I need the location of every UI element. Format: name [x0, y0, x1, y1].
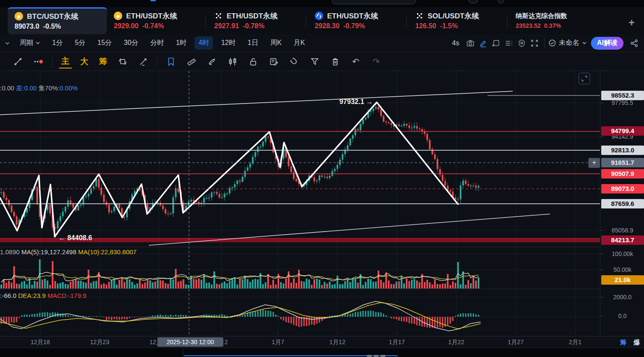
main-diff-value: 差:0.00	[16, 84, 37, 92]
period-1日[interactable]: 1日	[244, 36, 262, 50]
pane-restore-icon[interactable]	[579, 73, 590, 84]
tab-price-change: 23523.52 0.37%	[516, 22, 601, 29]
tab-indicator-sliver	[151, 0, 156, 1]
period-5分[interactable]: 5分	[71, 36, 89, 50]
chart-canvas[interactable]: 97932.1 →← 84408.6	[0, 71, 600, 336]
main-chart-toggle[interactable]: 主	[59, 55, 72, 68]
fullscreen-icon[interactable]	[528, 37, 541, 50]
ticker-tab-4[interactable]: ETH/USDT永续2928.30 -0.79%	[308, 7, 408, 34]
period-12时[interactable]: 12时	[217, 36, 239, 50]
tab-price-change: 2928.30 -0.79%	[315, 22, 408, 30]
bottom-blue-indicator	[184, 355, 398, 356]
undo-icon[interactable]: ↶	[349, 55, 363, 68]
trendline-tool-icon[interactable]	[11, 55, 25, 68]
period-周K[interactable]: 周K	[266, 36, 286, 50]
ticker-tab-3[interactable]: ETH/USDT永续2927.91 -0.78%	[207, 7, 308, 34]
ai-analysis-button[interactable]: AI解读	[591, 37, 623, 50]
price-badge-98552.3: 98552.3	[601, 91, 644, 100]
period-月K[interactable]: 月K	[290, 36, 309, 50]
browser-icon-partial[interactable]	[469, 0, 478, 3]
ticker-tab-6[interactable]: 纳斯达克综合指数23523.52 0.37%	[509, 7, 601, 34]
tab-separator	[105, 15, 105, 27]
measure-arrow-icon[interactable]	[136, 55, 151, 68]
period-15分[interactable]: 15分	[94, 36, 116, 50]
note-edit-icon[interactable]	[266, 55, 281, 68]
candle-pattern-icon[interactable]	[225, 55, 240, 68]
draw-pencil-icon[interactable]	[477, 37, 490, 50]
period-1分[interactable]: 1分	[48, 36, 67, 50]
drawing-toolbar: 主 大 筹	[0, 52, 644, 71]
axis-tick-97795.5: 97795.5	[600, 99, 644, 106]
ticker-tab-1[interactable]: ◆BTC/USDT永续89073.0 -0.5%	[8, 7, 107, 34]
settings-badge-icon[interactable]	[515, 37, 528, 50]
toolbar-divider	[157, 57, 157, 67]
axis-tick-0.0: 0.0	[600, 312, 644, 319]
browser-icon-partial-2[interactable]	[497, 0, 504, 3]
okx-icon	[415, 12, 424, 20]
tab-separator	[406, 15, 407, 27]
time-axis[interactable]: 2月11月271月221月171月121月71月212月2812月2312月18…	[0, 336, 644, 348]
period-4时[interactable]: 4时	[195, 36, 213, 50]
price-axis[interactable]: 97795.594142.985058.9100.00k50.00k2000.0…	[600, 71, 644, 348]
ticker-tab-2[interactable]: ◆ETH/USDT永续2929.00 -0.74%	[107, 7, 207, 34]
tab-separator	[306, 15, 306, 27]
period-menu[interactable]: 周期	[16, 36, 44, 50]
dots-brush-tool-icon[interactable]	[31, 55, 46, 68]
tab-symbol: ETH/USDT永续	[327, 11, 378, 21]
bookmark-tool-icon[interactable]	[164, 55, 178, 68]
ticker-tab-5[interactable]: SOL/USDT永续126.50 -1.5%	[408, 7, 509, 34]
trash-icon[interactable]	[328, 55, 343, 68]
axis-tick-2000.0: 2000.0	[600, 294, 644, 300]
chip-tab[interactable]: 筹	[620, 339, 626, 347]
period-items: 1分5分15分30分分时1时4时12时1日周K月K	[46, 36, 311, 50]
price-badge-94799.4: 94799.4	[601, 126, 644, 136]
macd-dif: :-66.0	[0, 292, 16, 299]
tab-symbol: ETH/USDT永续	[227, 11, 278, 21]
vol-cut-value: 1.0890	[0, 248, 20, 256]
time-label-1月27: 1月27	[508, 339, 523, 346]
period-分时[interactable]: 分时	[146, 36, 168, 50]
speed-label[interactable]: 4s	[448, 37, 463, 49]
macd-dea: DEA:23.9	[18, 292, 46, 299]
layout-name-label: 未命名	[559, 39, 579, 48]
clipped-text-fragment	[367, 355, 372, 357]
timeframe-bar: 周期 1分5分15分30分分时1时4时12时1日周K月K 4s 未命名	[0, 34, 644, 52]
add-pane-icon[interactable]	[490, 37, 502, 50]
macd-indicator-readout: :-66.0 DEA:23.9 MACD:-179.9	[0, 292, 86, 299]
magnet-icon[interactable]	[287, 55, 301, 68]
tab-symbol: SOL/USDT永续	[428, 11, 479, 21]
clipped-text-fragment	[381, 355, 385, 357]
search-box-partial[interactable]	[332, 0, 416, 4]
toolbar-divider	[52, 57, 53, 67]
period-30分[interactable]: 30分	[120, 36, 142, 50]
unlock-icon[interactable]	[246, 55, 260, 68]
time-label-12月23: 12月23	[90, 339, 109, 346]
redo-icon[interactable]: ↷	[369, 55, 384, 68]
camera-icon[interactable]	[464, 37, 477, 50]
refresh-flip-icon[interactable]	[115, 55, 130, 68]
time-label-1月17: 1月17	[389, 339, 405, 346]
filter-funnel-icon[interactable]	[307, 55, 322, 68]
clipped-text-fragment	[374, 355, 378, 357]
tab-price-change: 2927.91 -0.78%	[214, 22, 308, 30]
add-ticker-button[interactable]: +	[629, 17, 635, 29]
vol-ma10: MA(10):22,830.8007	[78, 248, 137, 256]
layout-name-menu[interactable]: 未命名	[548, 39, 587, 48]
tab-separator	[507, 15, 507, 27]
large-view-toggle[interactable]: 大	[78, 55, 91, 68]
chart-area[interactable]: 97932.1 →← 84408.6 :0.00 差:0.00 集70%:0.0…	[0, 71, 600, 336]
price-badge-92813.0: 92813.0	[601, 146, 644, 155]
period-1时[interactable]: 1时	[172, 36, 190, 50]
ticker-tab-bar: ◆BTC/USDT永续89073.0 -0.5%◆ETH/USDT永续2929.…	[0, 7, 644, 34]
price-badge-21.0k: 21.0k	[601, 275, 644, 285]
indicator-list-icon[interactable]	[502, 37, 515, 50]
crosshair-plus-handle[interactable]: +	[588, 158, 600, 168]
pen-tool-icon[interactable]	[205, 55, 219, 68]
axis-tick-50.00k: 50.00k	[600, 266, 644, 273]
liquidation-tab[interactable]: 爆	[634, 339, 640, 347]
clock-check-icon	[548, 39, 556, 47]
share-icon[interactable]	[628, 37, 641, 50]
collapse-chevron-icon[interactable]	[1, 37, 14, 50]
ruler-icon[interactable]	[184, 55, 199, 68]
chip-distribution-toggle[interactable]: 筹	[97, 55, 109, 68]
